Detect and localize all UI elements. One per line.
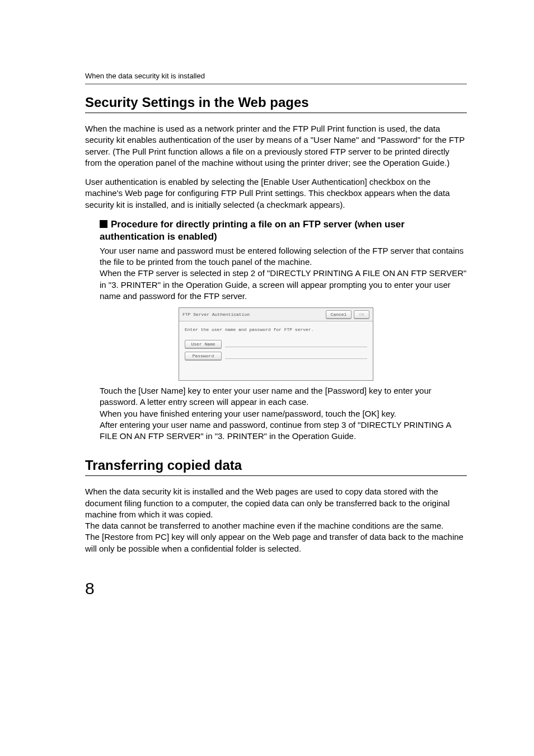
page-number: 8: [85, 579, 467, 598]
sub-para5: After entering your user name and passwo…: [100, 419, 467, 442]
sub-para3: Touch the [User Name] key to enter your …: [100, 385, 467, 408]
password-field-line: [225, 353, 367, 359]
section1-subheading-text: Procedure for directly printing a file o…: [100, 219, 405, 242]
running-head-rule: [85, 83, 467, 85]
section2-title: Transferring copied data: [85, 458, 467, 473]
sub-para1: Your user name and password must be ente…: [100, 245, 467, 268]
section1-title: Security Settings in the Web pages: [85, 95, 467, 110]
dialog-body: Enter the user name and password for FTP…: [179, 321, 373, 380]
sub-para2: When the FTP server is selected in step …: [100, 268, 467, 302]
cancel-button[interactable]: Cancel: [326, 310, 352, 319]
section2-para1: When the data security kit is installed …: [85, 486, 467, 520]
user-name-button[interactable]: User Name: [185, 340, 222, 348]
ftp-auth-dialog: FTP Server Authentication Cancel OK Ente…: [179, 307, 373, 381]
square-bullet-icon: [100, 220, 107, 228]
section1-rule: [85, 113, 467, 113]
ok-button[interactable]: OK: [354, 310, 369, 319]
running-head: When the data security kit is installed: [85, 72, 467, 80]
section2-para3: The [Restore from PC] key will only appe…: [85, 531, 467, 554]
section1-para1: When the machine is used as a network pr…: [85, 123, 467, 169]
section2-para2: The data cannot be transferred to anothe…: [85, 520, 467, 531]
section1-para2: User authentication is enabled by select…: [85, 176, 467, 211]
dialog-title: FTP Server Authentication: [182, 312, 324, 317]
section1-subheading: Procedure for directly printing a file o…: [85, 218, 467, 243]
dialog-instruction: Enter the user name and password for FTP…: [185, 327, 367, 332]
user-name-field-line: [225, 341, 367, 347]
section2-rule: [85, 475, 467, 476]
sub-para4: When you have finished entering your use…: [100, 408, 467, 419]
password-button[interactable]: Password: [185, 352, 222, 360]
dialog-titlebar: FTP Server Authentication Cancel OK: [179, 308, 373, 321]
